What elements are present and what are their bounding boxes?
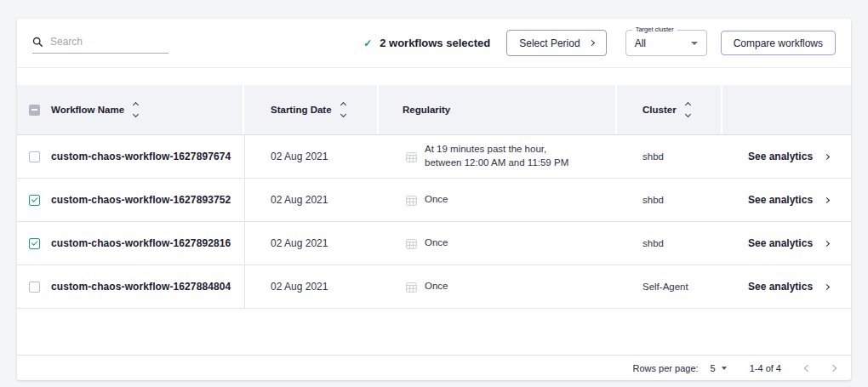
chevron-right-icon [824, 240, 830, 246]
row-checkbox[interactable] [29, 195, 40, 206]
target-cluster-label: Target cluster [632, 26, 677, 33]
sort-desc-icon [133, 111, 139, 117]
sort-asc-icon [685, 102, 691, 108]
selection-summary-label: 2 workflows selected [380, 37, 490, 49]
check-icon: ✓ [363, 37, 372, 49]
table-header: Workflow Name Starting Date Regularity C… [17, 85, 851, 134]
caret-down-icon [691, 42, 698, 45]
sort-desc-icon [340, 111, 346, 117]
indeterminate-minus-icon [31, 109, 37, 111]
row-checkbox[interactable] [29, 238, 40, 249]
empty-space [17, 309, 851, 355]
sort-desc-icon [685, 111, 691, 117]
chevron-right-icon [589, 40, 595, 46]
regularity-text: At 19 minutes past the hour,between 12:0… [425, 143, 568, 169]
select-all-checkbox[interactable] [29, 105, 40, 116]
chevron-right-icon [824, 283, 830, 289]
see-analytics-link[interactable]: See analytics [748, 194, 829, 206]
calendar-icon [406, 195, 417, 206]
checkmark-icon [31, 196, 37, 202]
starting-date: 02 Aug 2021 [244, 135, 379, 178]
rows-per-page-select[interactable]: 5 [711, 363, 727, 373]
column-header-starting-date: Starting Date [271, 105, 332, 115]
starting-date: 02 Aug 2021 [244, 222, 379, 265]
cluster-name: Self-Agent [617, 265, 722, 308]
target-cluster-value: All [635, 37, 646, 49]
previous-page-button[interactable] [804, 364, 811, 371]
compare-workflows-button[interactable]: Compare workflows [721, 31, 836, 55]
calendar-icon [406, 238, 417, 249]
column-header-empty [722, 85, 851, 134]
column-header-workflow-name: Workflow Name [51, 105, 124, 115]
see-analytics-link[interactable]: See analytics [748, 281, 829, 293]
sort-starting-date[interactable] [341, 103, 345, 117]
cluster-name: shbd [617, 179, 722, 221]
workflow-name: custom-chaos-workflow-1627893752 [51, 194, 231, 206]
regularity-text: Once [425, 193, 448, 207]
cluster-name: shbd [617, 222, 722, 265]
workflow-comparison-card: ✓ 2 workflows selected Select Period Tar… [17, 19, 851, 380]
chevron-right-icon [824, 196, 830, 202]
caret-down-icon [722, 367, 727, 370]
sort-asc-icon [340, 102, 346, 108]
table-row: custom-chaos-workflow-1627884804 02 Aug … [17, 265, 851, 309]
search-box[interactable] [32, 36, 168, 54]
next-page-button[interactable] [830, 364, 837, 371]
workflow-name: custom-chaos-workflow-1627884804 [51, 281, 231, 293]
table-row: custom-chaos-workflow-1627893752 02 Aug … [17, 179, 851, 222]
rows-per-page-label: Rows per page: [633, 363, 699, 373]
workflow-name: custom-chaos-workflow-1627897674 [51, 151, 231, 162]
see-analytics-link[interactable]: See analytics [748, 237, 829, 249]
table-row: custom-chaos-workflow-1627897674 02 Aug … [17, 135, 851, 179]
selection-summary: ✓ 2 workflows selected [363, 37, 490, 49]
row-checkbox[interactable] [29, 282, 40, 293]
sort-cluster[interactable] [686, 103, 690, 117]
starting-date: 02 Aug 2021 [244, 265, 379, 308]
chevron-right-icon [824, 153, 830, 159]
target-cluster-select[interactable]: Target cluster All [625, 30, 707, 56]
starting-date: 02 Aug 2021 [244, 179, 379, 221]
workflow-name: custom-chaos-workflow-1627892816 [51, 237, 231, 249]
page-range-label: 1-4 of 4 [750, 363, 781, 373]
toolbar: ✓ 2 workflows selected Select Period Tar… [17, 19, 851, 68]
calendar-icon [406, 151, 417, 162]
search-input[interactable] [50, 36, 168, 48]
table-row: custom-chaos-workflow-1627892816 02 Aug … [17, 222, 851, 265]
select-period-label: Select Period [519, 37, 580, 49]
row-checkbox[interactable] [29, 151, 40, 162]
column-header-regularity: Regularity [403, 105, 450, 115]
calendar-icon [406, 282, 417, 293]
column-header-cluster: Cluster [642, 105, 677, 115]
regularity-text: Once [425, 280, 448, 293]
select-period-button[interactable]: Select Period [506, 30, 606, 56]
regularity-text: Once [425, 236, 448, 250]
table-body: custom-chaos-workflow-1627897674 02 Aug … [17, 134, 851, 309]
search-icon [32, 37, 43, 48]
checkmark-icon [31, 239, 37, 245]
column-divider [244, 135, 245, 309]
pagination-bar: Rows per page: 5 1-4 of 4 [17, 355, 851, 380]
sort-asc-icon [133, 102, 139, 108]
toolbar-table-gap [17, 68, 851, 85]
rows-per-page-value: 5 [711, 363, 716, 373]
sort-workflow-name[interactable] [134, 103, 138, 117]
see-analytics-link[interactable]: See analytics [748, 151, 829, 162]
cluster-name: shbd [617, 135, 722, 178]
